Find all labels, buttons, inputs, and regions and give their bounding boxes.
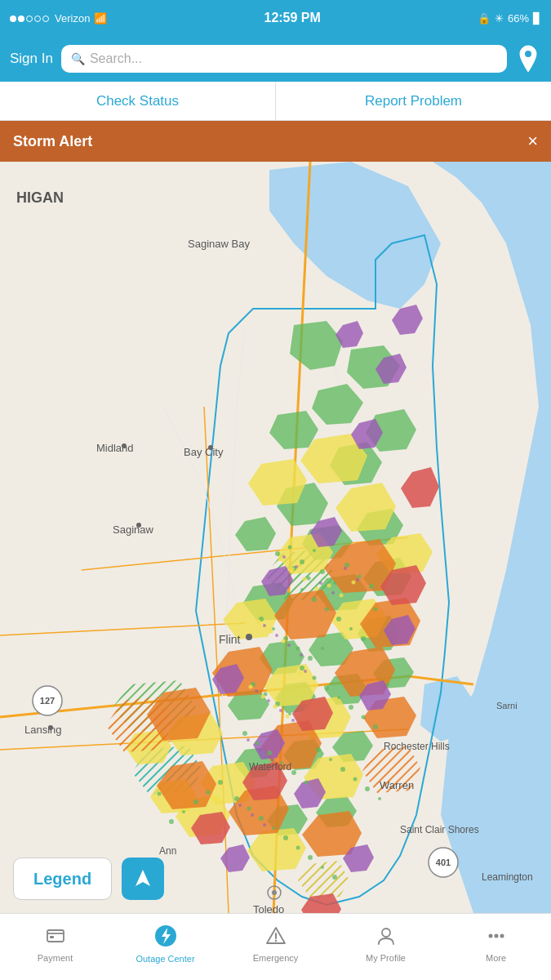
location-pin-button[interactable]: [515, 44, 541, 74]
svg-point-130: [378, 797, 381, 800]
svg-point-125: [316, 747, 321, 752]
svg-point-145: [158, 792, 162, 796]
more-tab[interactable]: More: [441, 914, 551, 980]
svg-point-90: [333, 581, 336, 585]
bottom-tab-bar: Payment Outage Center Emergency: [0, 913, 551, 980]
svg-point-173: [352, 581, 356, 585]
svg-point-159: [291, 719, 295, 722]
svg-rect-209: [47, 930, 64, 942]
svg-point-181: [298, 672, 302, 676]
svg-point-124: [304, 781, 309, 785]
svg-point-117: [373, 724, 378, 729]
map-buttons: Legend: [13, 858, 164, 900]
svg-point-201: [246, 634, 252, 640]
svg-point-134: [272, 826, 275, 830]
svg-point-203: [208, 445, 213, 450]
svg-point-151: [356, 578, 359, 581]
svg-point-177: [249, 685, 253, 689]
svg-point-153: [275, 634, 278, 637]
svg-point-175: [269, 630, 273, 634]
emergency-tab[interactable]: Emergency: [220, 914, 331, 980]
svg-point-86: [313, 549, 316, 552]
svg-point-127: [340, 767, 345, 772]
battery-label: 66%: [508, 12, 529, 24]
svg-point-178: [261, 695, 265, 699]
search-box[interactable]: 🔍 Search...: [61, 45, 507, 73]
svg-point-167: [278, 558, 282, 562]
top-bar: Sign In 🔍 Search...: [0, 36, 551, 82]
svg-point-219: [500, 933, 504, 938]
svg-point-137: [308, 855, 313, 860]
svg-point-99: [361, 636, 366, 641]
svg-point-148: [319, 581, 322, 585]
svg-text:127: 127: [40, 696, 55, 706]
svg-point-204: [136, 523, 141, 528]
svg-point-105: [308, 656, 313, 661]
svg-point-138: [321, 866, 324, 869]
svg-point-83: [275, 551, 280, 556]
svg-point-93: [369, 584, 374, 589]
nav-tabs: Check Status Report Problem: [0, 82, 551, 121]
my-profile-tab-label: My Profile: [366, 953, 406, 963]
svg-text:Warren: Warren: [380, 779, 414, 791]
outage-center-tab[interactable]: Outage Center: [110, 914, 220, 980]
svg-text:Toledo: Toledo: [253, 903, 284, 913]
svg-point-96: [325, 608, 329, 612]
svg-point-88: [307, 577, 311, 581]
svg-point-97: [336, 617, 341, 621]
svg-point-149: [331, 591, 335, 595]
svg-point-207: [272, 890, 277, 895]
storm-alert-close-button[interactable]: ×: [527, 131, 538, 152]
more-tab-label: More: [486, 953, 506, 963]
svg-point-218: [494, 933, 498, 938]
svg-point-95: [312, 597, 317, 602]
svg-point-168: [291, 568, 295, 572]
svg-point-85: [300, 559, 304, 564]
outage-center-tab-label: Outage Center: [136, 954, 194, 964]
report-problem-tab[interactable]: Report Problem: [276, 82, 551, 120]
svg-point-216: [382, 929, 390, 937]
svg-point-165: [251, 813, 254, 817]
svg-point-114: [337, 696, 340, 699]
storm-alert-banner: Storm Alert ×: [0, 121, 551, 162]
svg-point-115: [349, 705, 353, 710]
svg-text:Flint: Flint: [219, 633, 241, 646]
svg-point-123: [291, 770, 296, 775]
locate-button[interactable]: [122, 858, 164, 900]
svg-point-84: [288, 546, 292, 550]
sign-in-button[interactable]: Sign In: [10, 51, 53, 67]
svg-text:Lansing: Lansing: [24, 724, 62, 736]
check-status-tab[interactable]: Check Status: [0, 82, 276, 120]
svg-point-205: [48, 725, 53, 730]
svg-point-156: [255, 689, 258, 693]
svg-point-143: [182, 810, 185, 813]
svg-point-170: [315, 587, 319, 591]
my-profile-tab[interactable]: My Profile: [331, 914, 441, 980]
carrier-label: Verizon: [55, 12, 90, 24]
warning-icon: [265, 925, 287, 950]
svg-point-136: [296, 846, 300, 850]
svg-point-202: [122, 443, 127, 448]
svg-point-169: [303, 577, 307, 581]
svg-point-111: [300, 666, 304, 670]
svg-point-174: [257, 620, 261, 624]
payment-tab[interactable]: Payment: [0, 914, 110, 980]
status-time: 12:59 PM: [264, 11, 320, 25]
map-container[interactable]: HIGAN Saginaw Bay Midland Bay City Sagin…: [0, 162, 551, 913]
svg-point-118: [386, 683, 389, 686]
svg-point-120: [256, 742, 260, 746]
svg-point-126: [329, 758, 332, 761]
svg-text:401: 401: [436, 858, 451, 867]
svg-point-215: [274, 939, 276, 941]
svg-point-166: [263, 823, 266, 826]
svg-text:Sarni: Sarni: [496, 701, 518, 710]
status-right: 🔒 ✳ 66% ▊: [478, 12, 541, 24]
svg-point-162: [259, 748, 262, 751]
svg-point-176: [282, 639, 286, 644]
svg-point-116: [362, 715, 366, 719]
lock-icon: 🔒: [478, 12, 491, 24]
svg-marker-208: [136, 870, 150, 886]
legend-button[interactable]: Legend: [13, 858, 112, 900]
status-left: Verizon 📶: [10, 12, 107, 24]
svg-point-89: [320, 569, 325, 574]
